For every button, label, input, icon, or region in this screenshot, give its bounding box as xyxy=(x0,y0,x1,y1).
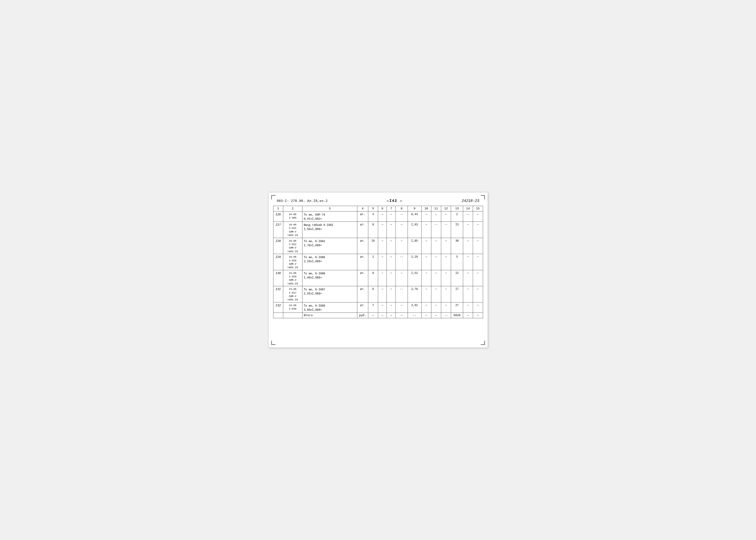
row-col13: I3 xyxy=(451,222,463,238)
row-unit: шт. xyxy=(357,211,368,222)
total-col15: — xyxy=(473,313,483,318)
table-row: I27 24-05I-OIIСИМ-Утабл.IO Ввод гибкий К… xyxy=(273,222,483,238)
row-col6: — xyxy=(378,302,387,313)
row-col15: ~ xyxy=(473,254,483,270)
row-description: То же, К-I0862,IOxI,089= xyxy=(302,254,357,270)
col-header-8: 8 xyxy=(396,206,408,211)
row-id: 24-05I-365 xyxy=(283,211,302,222)
row-col8: -- xyxy=(396,286,408,303)
row-col13: 27 xyxy=(451,302,463,313)
row-col5: 2 xyxy=(368,254,378,270)
col-header-12: 12 xyxy=(441,206,451,211)
total-col6: — xyxy=(378,313,387,318)
table-row: I30 24-05I-OIOСИМ-Утабл.IO То же, К-I080… xyxy=(273,270,483,286)
row-id: 24-05I-OI8 xyxy=(283,302,302,313)
row-col6: ~ xyxy=(378,238,387,254)
row-col5: 4 xyxy=(368,211,378,222)
row-col11: ~ xyxy=(431,302,441,313)
col-header-11: 11 xyxy=(431,206,441,211)
total-empty2 xyxy=(283,313,302,318)
row-number: I28 xyxy=(273,238,283,254)
row-number: I27 xyxy=(273,222,283,238)
col-header-13: 13 xyxy=(451,206,463,211)
row-col15: — xyxy=(473,238,483,254)
row-col12: ~ xyxy=(441,286,451,303)
row-col6: — xyxy=(378,211,387,222)
row-col7: — xyxy=(387,254,396,270)
row-col15: — xyxy=(473,286,483,303)
row-col13: I2 xyxy=(451,270,463,286)
row-col9: I,52 xyxy=(408,270,421,286)
row-col7: — xyxy=(387,222,396,238)
row-col11: ~ xyxy=(431,286,441,303)
row-col6: ~ xyxy=(378,254,387,270)
row-col11: — xyxy=(431,254,441,270)
row-col7: — xyxy=(387,238,396,254)
row-col10: — xyxy=(421,254,431,270)
row-col7: ~ xyxy=(387,286,396,303)
col-header-5: 5 xyxy=(368,206,378,211)
row-number: I32 xyxy=(273,302,283,313)
total-col12: -- xyxy=(441,313,451,318)
total-col11: — xyxy=(431,313,441,318)
table-row: I29 24-05I-OI6СИМ-Утабл.IO То же, К-I086… xyxy=(273,254,483,270)
row-id: 24-05I-OI2СИМ-Утабл.IO xyxy=(283,238,302,254)
col-header-3: 3 xyxy=(302,206,357,211)
row-col7: — xyxy=(387,302,396,313)
row-number: I29 xyxy=(273,254,283,270)
row-col9: 2,29 xyxy=(408,254,421,270)
total-col7: — xyxy=(387,313,396,318)
row-col15: — xyxy=(473,270,483,286)
row-col12: — xyxy=(441,254,451,270)
header-title-right: 24218-23 xyxy=(462,199,479,203)
row-unit: шт. xyxy=(357,254,368,270)
total-col13: 5026 xyxy=(451,313,463,318)
row-id: 24-05I-OIOСИМ-Утабл.IO xyxy=(283,270,302,286)
total-col9: -- xyxy=(408,313,421,318)
row-col6: ~ xyxy=(378,270,387,286)
col-header-14: 14 xyxy=(463,206,473,211)
row-description: То же, К-I080I,40xI,089= xyxy=(302,270,357,286)
row-col11: — xyxy=(431,211,441,222)
page-header: 903-I- 278.90. Ал.I8,кн.2 —I42 — 24218-2… xyxy=(273,197,483,205)
row-col8: — xyxy=(396,302,408,313)
row-col11: -- xyxy=(431,222,441,238)
row-description: То же, К-I0883,60xI,089= xyxy=(302,302,357,313)
col-header-1: 1 xyxy=(273,206,283,211)
row-col10: ~ xyxy=(421,302,431,313)
row-col13: 5 xyxy=(451,254,463,270)
row-col9: I,63 xyxy=(408,222,421,238)
row-col14: -- xyxy=(463,211,473,222)
row-col9: I,85 xyxy=(408,238,421,254)
row-col12: — xyxy=(441,211,451,222)
row-col13: I7 xyxy=(451,286,463,303)
row-col7: ~ xyxy=(387,270,396,286)
table-body: I26 24-05I-365 То же, КОР-740,4IxI,082= … xyxy=(273,211,483,318)
total-col8: — xyxy=(396,313,408,318)
row-col10: — xyxy=(421,222,431,238)
row-col10: — xyxy=(421,286,431,303)
total-label: Итого xyxy=(302,313,357,318)
total-col10: — xyxy=(421,313,431,318)
page: 903-I- 278.90. Ал.I8,кн.2 —I42 — 24218-2… xyxy=(268,192,488,348)
corner-br xyxy=(481,340,485,345)
header-title-center: —I42 — xyxy=(387,199,403,203)
row-description: То же, К-I0872,55xI,089= xyxy=(302,286,357,303)
row-col15: — xyxy=(473,211,483,222)
total-empty1 xyxy=(273,313,283,318)
row-col11: — xyxy=(431,238,441,254)
row-col7: — xyxy=(387,211,396,222)
row-col8: — xyxy=(396,270,408,286)
col-header-10: 10 xyxy=(421,206,431,211)
row-col8: -- xyxy=(396,211,408,222)
row-col11: — xyxy=(431,270,441,286)
row-col13: 2 xyxy=(451,211,463,222)
row-description: То же, КОР-740,4IxI,082= xyxy=(302,211,357,222)
total-col14: — xyxy=(463,313,473,318)
row-col6: — xyxy=(378,286,387,303)
row-col10: — xyxy=(421,211,431,222)
row-col10: ~ xyxy=(421,270,431,286)
row-col15: ~ xyxy=(473,302,483,313)
row-col15: — xyxy=(473,222,483,238)
corner-tl xyxy=(271,195,276,200)
